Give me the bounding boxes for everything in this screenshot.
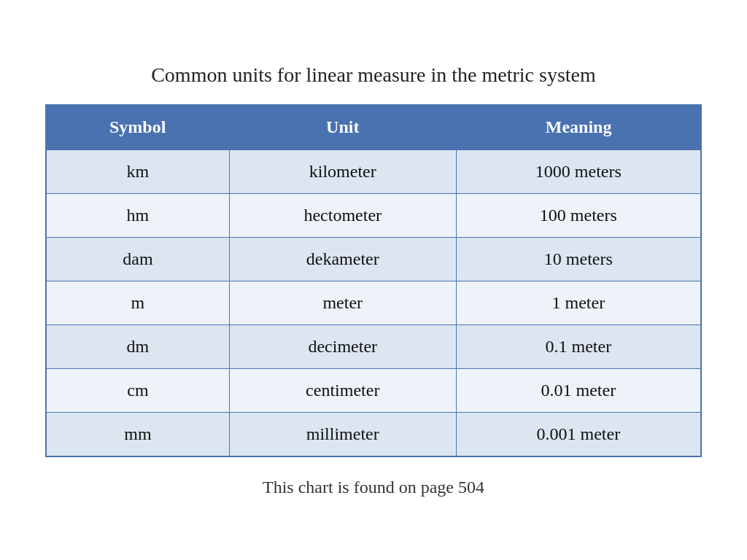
cell-unit: hectometer <box>229 193 456 237</box>
table-row: damdekameter10 meters <box>46 237 701 281</box>
table-row: mmmillimeter0.001 meter <box>46 412 701 456</box>
cell-meaning: 0.001 meter <box>456 412 701 456</box>
cell-meaning: 0.1 meter <box>456 324 701 368</box>
cell-meaning: 0.01 meter <box>456 368 701 412</box>
table-row: cmcentimeter0.01 meter <box>46 368 701 412</box>
cell-unit: dekameter <box>229 237 456 281</box>
table-row: kmkilometer1000 meters <box>46 149 701 194</box>
cell-unit: centimeter <box>229 368 456 412</box>
cell-symbol: mm <box>46 412 229 456</box>
metric-table: Symbol Unit Meaning kmkilometer1000 mete… <box>45 104 702 457</box>
cell-unit: kilometer <box>229 149 456 194</box>
cell-meaning: 100 meters <box>456 193 701 237</box>
cell-symbol: dm <box>46 324 229 368</box>
cell-unit: millimeter <box>229 412 456 456</box>
table-row: dmdecimeter0.1 meter <box>46 324 701 368</box>
cell-unit: decimeter <box>229 324 456 368</box>
footer-text: This chart is found on page 504 <box>263 478 484 497</box>
page-title: Common units for linear measure in the m… <box>151 63 596 87</box>
table-row: mmeter1 meter <box>46 281 701 324</box>
cell-meaning: 1000 meters <box>456 149 701 194</box>
table-row: hmhectometer100 meters <box>46 193 701 237</box>
col-header-meaning: Meaning <box>456 105 701 149</box>
cell-meaning: 1 meter <box>456 281 701 324</box>
cell-meaning: 10 meters <box>456 237 701 281</box>
cell-symbol: cm <box>46 368 229 412</box>
table-header-row: Symbol Unit Meaning <box>46 105 701 149</box>
cell-symbol: m <box>46 281 229 324</box>
cell-unit: meter <box>229 281 456 324</box>
col-header-unit: Unit <box>229 105 456 149</box>
cell-symbol: km <box>46 149 229 194</box>
cell-symbol: dam <box>46 237 229 281</box>
cell-symbol: hm <box>46 193 229 237</box>
col-header-symbol: Symbol <box>46 105 229 149</box>
